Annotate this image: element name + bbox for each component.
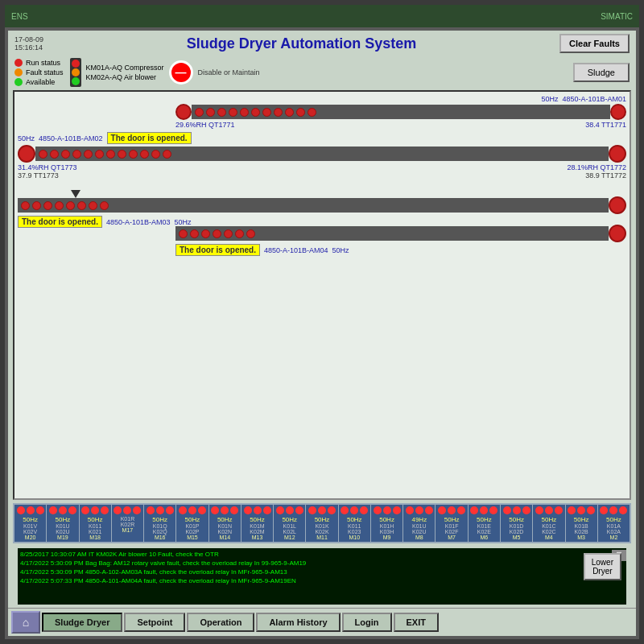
motor-dot bbox=[328, 506, 336, 514]
motor-m-label: M8 bbox=[415, 535, 423, 540]
motor-dot bbox=[17, 506, 25, 514]
belt1-dot bbox=[308, 108, 316, 117]
nav-bar: ⌂ Sludge Dryer Setpoint Operation Alarm … bbox=[8, 608, 636, 636]
motor-freq: 50Hz bbox=[574, 516, 589, 523]
motor-m-label: M18 bbox=[89, 535, 101, 540]
blower-label: KM02A-AQ Air blower bbox=[86, 73, 164, 81]
motor-dot bbox=[276, 506, 284, 514]
motor-id1: K01R bbox=[121, 516, 135, 522]
motor-dot bbox=[503, 506, 511, 514]
motor-id1: K01E bbox=[477, 523, 491, 529]
brand-left: ENS bbox=[11, 12, 28, 21]
motor-dot bbox=[619, 506, 627, 514]
datetime-block: 17-08-09 15:16:14 bbox=[14, 35, 43, 52]
belt4-dot bbox=[190, 229, 199, 238]
motor-cell: 50Hz K01P K02P M15 bbox=[176, 505, 208, 542]
motor-id2: K02D bbox=[510, 529, 524, 535]
motor-m-label: M14 bbox=[219, 535, 230, 540]
belt3-dot bbox=[66, 201, 75, 210]
motor-dot bbox=[166, 506, 174, 514]
motor-id2: K02M bbox=[250, 529, 264, 535]
motor-m-label: M17 bbox=[122, 527, 134, 533]
motor-cell: 50Hz K01E K02E M6 bbox=[469, 505, 500, 542]
motor-id2: K02A bbox=[607, 529, 621, 535]
motor-dot bbox=[91, 506, 99, 514]
motor-cell: 50Hz K01U K02U M19 bbox=[47, 505, 78, 542]
motor-freq: 50Hz bbox=[315, 516, 330, 523]
fault-status-label: Fault status bbox=[26, 68, 64, 76]
belt4-door-opened: The door is opened. bbox=[175, 244, 260, 256]
motor-dot bbox=[489, 506, 497, 514]
fault-status-dot bbox=[14, 68, 23, 76]
belt4-dot bbox=[246, 229, 255, 238]
nav-setpoint-button[interactable]: Setpoint bbox=[124, 613, 185, 632]
belt2-dot bbox=[151, 150, 160, 159]
belt2-tt1772: 38.9 TT1772 bbox=[585, 171, 626, 180]
belt1-dot bbox=[296, 108, 305, 117]
nav-operation-button[interactable]: Operation bbox=[187, 613, 254, 632]
belt1-dot bbox=[195, 108, 204, 117]
motor-dot bbox=[438, 506, 446, 514]
compressor-labels: KM01A-AQ Compressor KM02A-AQ Air blower bbox=[86, 64, 164, 81]
motor-cell: 50Hz K01M K02M M13 bbox=[242, 505, 273, 542]
belt1-dot bbox=[206, 108, 215, 117]
motor-dot bbox=[123, 506, 131, 514]
motor-id2: K02Q bbox=[153, 529, 167, 535]
motor-id2: K02N bbox=[217, 529, 232, 535]
clear-faults-button[interactable]: Clear Faults bbox=[559, 34, 630, 53]
time-line: 15:16:14 bbox=[14, 43, 43, 52]
motor-dot bbox=[415, 506, 423, 514]
alarm-row-1: 8/25/2017 10:30:07 AM IT KM02K Air blowe… bbox=[20, 551, 624, 558]
nav-sludge-dryer-button[interactable]: Sludge Dryer bbox=[42, 613, 122, 632]
belt4-dot bbox=[201, 229, 210, 238]
belt1-left-drum bbox=[175, 104, 192, 120]
fault-status-row: Fault status bbox=[14, 68, 64, 76]
motor-dot bbox=[156, 506, 164, 514]
belt2-dot bbox=[50, 150, 59, 159]
motor-m-label: M4 bbox=[545, 535, 553, 540]
motor-freq: 50Hz bbox=[542, 516, 557, 523]
motor-id2: K02R bbox=[121, 522, 135, 527]
motor-freq: 50Hz bbox=[379, 516, 394, 523]
motor-dot bbox=[587, 506, 595, 514]
belt2-dot bbox=[106, 150, 115, 159]
motor-id1: K01H bbox=[380, 523, 394, 529]
nav-home-button[interactable]: ⌂ bbox=[11, 611, 40, 634]
belt3-dot bbox=[55, 201, 64, 210]
motor-cell: 50Hz K01F K02F M7 bbox=[436, 505, 467, 542]
motor-id1: K01C bbox=[542, 523, 556, 529]
motor-dot bbox=[286, 506, 294, 514]
belt1-track bbox=[192, 105, 610, 119]
motor-dot bbox=[480, 506, 488, 514]
belt4-dots bbox=[175, 229, 258, 238]
motor-id2: K02L bbox=[283, 529, 296, 535]
belt4-dot bbox=[213, 229, 221, 238]
motor-id1: K01B bbox=[575, 523, 588, 529]
belt2-track-row bbox=[18, 145, 626, 163]
alarm-row-4: 4/17/2022 5:07:33 PM 4850-A-101-AM04A fa… bbox=[20, 577, 624, 584]
motor-dot bbox=[425, 506, 433, 514]
motor-lights bbox=[244, 506, 271, 514]
nav-alarm-history-button[interactable]: Alarm History bbox=[256, 613, 340, 632]
motor-dot bbox=[457, 506, 465, 514]
belt2-dot bbox=[84, 150, 93, 159]
motor-freq: 50Hz bbox=[282, 516, 297, 523]
belt1-dot bbox=[274, 108, 283, 117]
belt1-tt1771: 38.4 TT1771 bbox=[585, 121, 626, 129]
lower-dryer-button[interactable]: Lower Dryer bbox=[584, 553, 621, 580]
nav-exit-button[interactable]: EXIT bbox=[394, 613, 439, 632]
belt2-name: 4850-A-101B-AM02 bbox=[39, 134, 103, 142]
nav-login-button[interactable]: Login bbox=[342, 613, 392, 632]
sludge-button[interactable]: Sludge bbox=[573, 63, 630, 82]
alarm-section: 8/25/2017 10:30:07 AM IT KM02K Air blowe… bbox=[13, 547, 631, 606]
brand-right: SIMATIC bbox=[601, 12, 633, 21]
belt3-area: The door is opened. 4850-A-101B-AM03 50H… bbox=[18, 196, 626, 228]
status-indicators: Run status Fault status Available bbox=[14, 59, 64, 86]
belt1-name: 4850-A-101B-AM01 bbox=[562, 95, 626, 103]
belt4-freq: 50Hz bbox=[332, 246, 349, 254]
belt4-right-drum bbox=[609, 225, 626, 242]
motor-dot bbox=[577, 506, 585, 514]
motor-lights bbox=[211, 506, 238, 514]
motor-cell: 50Hz K011 K023 M10 bbox=[339, 505, 370, 542]
tl-red bbox=[72, 60, 80, 68]
